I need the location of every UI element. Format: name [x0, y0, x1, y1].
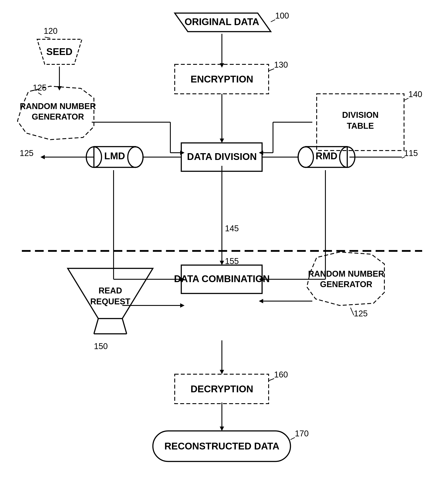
- seed-label: SEED: [46, 46, 73, 57]
- original-data-label: ORIGINAL DATA: [185, 16, 259, 27]
- random-number-generator-top-node: RANDOM NUMBER GENERATOR: [18, 86, 96, 140]
- read-request-label-2: REQUEST: [90, 297, 130, 306]
- svg-marker-38: [220, 427, 224, 431]
- ref-100: 100: [275, 11, 289, 20]
- svg-marker-18: [40, 155, 45, 159]
- ref-130: 130: [274, 60, 288, 69]
- svg-line-40: [271, 20, 275, 22]
- data-combination-node: DATA COMBINATION: [174, 265, 270, 293]
- rng-top-label-1: RANDOM NUMBER: [20, 102, 96, 111]
- rng-top-label-2: GENERATOR: [32, 112, 84, 121]
- decryption-node: DECRYPTION: [175, 374, 269, 404]
- svg-marker-32: [180, 303, 185, 308]
- svg-marker-30: [220, 261, 224, 265]
- seed-node: SEED: [37, 39, 82, 64]
- svg-line-44: [45, 37, 50, 38]
- svg-rect-59: [98, 319, 122, 332]
- original-data-node: ORIGINAL DATA: [175, 13, 271, 32]
- data-combination-label: DATA COMBINATION: [174, 273, 270, 284]
- svg-marker-4: [220, 139, 224, 143]
- rng-bottom-label-2: GENERATOR: [320, 280, 372, 289]
- ref-115: 115: [404, 149, 418, 158]
- rmd-label: RMD: [316, 151, 337, 161]
- svg-line-42: [269, 69, 274, 71]
- svg-marker-34: [259, 299, 263, 303]
- ref-140: 140: [408, 90, 422, 99]
- ref-120: 120: [44, 26, 58, 36]
- reconstructed-data-label: RECONSTRUCTED DATA: [164, 441, 279, 451]
- svg-line-64: [350, 308, 354, 315]
- decryption-label: DECRYPTION: [191, 384, 253, 394]
- svg-marker-36: [220, 370, 224, 374]
- ref-150: 150: [94, 342, 108, 351]
- lmd-label: LMD: [104, 151, 125, 161]
- read-request-node: READ REQUEST: [68, 268, 153, 334]
- rng-bottom-label-1: RANDOM NUMBER: [308, 269, 384, 278]
- division-table-node: DIVISION TABLE: [317, 94, 404, 151]
- ref-155: 155: [225, 257, 239, 266]
- svg-line-48: [404, 98, 408, 100]
- division-table-label-2: TABLE: [347, 121, 374, 130]
- reconstructed-data-node: RECONSTRUCTED DATA: [153, 431, 290, 461]
- svg-line-68: [290, 437, 295, 440]
- ref-125-bottom: 125: [354, 309, 367, 318]
- svg-line-66: [269, 378, 274, 381]
- svg-line-60: [94, 319, 98, 334]
- svg-line-61: [122, 319, 127, 334]
- rmd-node: RMD: [298, 147, 355, 167]
- svg-marker-63: [307, 252, 384, 306]
- encryption-node: ENCRYPTION: [175, 64, 269, 94]
- ref-170: 170: [295, 429, 309, 438]
- ref-160: 160: [274, 370, 288, 379]
- random-number-generator-bottom-node: RANDOM NUMBER GENERATOR: [307, 252, 384, 306]
- read-request-label-1: READ: [98, 286, 122, 295]
- diagram-container: ORIGINAL DATA 100 ENCRYPTION 130 SEED 12…: [0, 0, 444, 504]
- division-table-label-1: DIVISION: [342, 110, 379, 120]
- data-division-label: DATA DIVISION: [187, 151, 257, 162]
- ref-125-lmd: 125: [20, 149, 33, 158]
- lmd-node: LMD: [86, 147, 143, 167]
- ref-145: 145: [225, 224, 239, 233]
- encryption-label: ENCRYPTION: [191, 74, 253, 84]
- svg-line-45: [38, 93, 41, 95]
